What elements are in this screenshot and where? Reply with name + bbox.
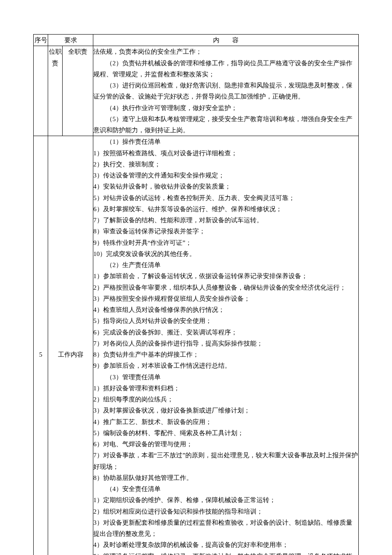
content-line: 1）按照循环检查路线、项点对设备进行详细检查； [93,148,358,159]
responsibilities-table: 序号 要求 内 容 位职责 全职责 法依规，负责本岗位的安全生产工作；（2）负责… [33,34,359,555]
cell-seq-4 [34,46,48,136]
content-line: 5）编制设备的材料、零配件、绳索及各种工具计划； [93,427,358,439]
content-line: 6）完成设备的设备拆卸、搬迁、安装调试等程序； [93,327,358,338]
content-line: 4）安装钻井设备时，验收钻井设备的安装质量； [93,181,358,192]
table-header-row: 序号 要求 内 容 [34,35,359,46]
content-line: （5）遵守上级和本队考核管理规定，接受安全生产教育培训和考核，增强自身安全生产意… [93,113,358,136]
content-line: 3）传达设备管理的文件通知和安全操作规定； [93,170,358,181]
table-row: 5 工作内容 （1）操作责任清单1）按照循环检查路线、项点对设备进行详细检查；2… [34,136,359,555]
header-req: 要求 [48,35,93,46]
content-line: 4）及时诊断处理复杂故障的机械设备，提高设备的完好率和使用率； [93,539,358,550]
content-line: 3）对设备更新配套和维修质量的过程监督和检查验收，对设备的设计、制造缺陷、维修质… [93,517,358,540]
content-line: 2）严格按照设备年审要求，组织本队人员修整设备，确保钻井设备的安全经济优化运行； [93,282,358,293]
content-line: （2）生产责任清单 [93,259,358,270]
content-line: 8）审查设备运转保养记录报表并签字； [93,226,358,237]
content-line: （3）管理责任清单 [93,372,358,383]
content-line: 6）及时掌握绞车、钻井泵等设备的运行、维护、保养和维修状况； [93,203,358,215]
content-line: 7）对各岗位人员的设备操作进行指导，提高实际操作技能； [93,338,358,349]
content-line: 5）管理设备运行档案、维修纪录、更新改造计划，努力推广全面质量管理，设备各项技术… [93,551,358,555]
cell-seq-5: 5 [34,136,48,555]
content-line: 3）严格按照安全操作规程督促班组人员安全操作设备； [93,293,358,304]
content-line: 7）对设备事故，本着“三不放过”的原则，提出处理意见，较大和重大设备事故及时上报… [93,450,358,472]
table-row: 位职责 全职责 法依规，负责本岗位的安全生产工作；（2）负责钻井机械设备的管理和… [34,46,359,136]
cell-req-5: 工作内容 [48,136,93,555]
content-line: 4）推广新工艺、新技术、新设备的应用； [93,416,358,427]
content-line: （2）负责钻井机械设备的管理和维修工作，指导岗位员工严格遵守设备的安全生产操作规… [93,58,358,80]
cell-req-4b: 全职责 [63,46,93,136]
content-line: （1）操作责任清单 [93,136,358,147]
content-line: 9）参加班后会，对本班设备工作情况进行总结。 [93,360,358,371]
content-line: 3）及时掌握设备状况，做好设备换新或进厂维修计划； [93,405,358,416]
content-line: 1）定期组织设备的维护、保养、检修，保障机械设备正常运转； [93,494,358,506]
content-line: （4）安全责任清单 [93,483,358,494]
req-5-text: 工作内容 [58,351,84,358]
content-line: 5）指导岗位人员对钻井设备的安全使用； [93,315,358,326]
document-page: 序号 要求 内 容 位职责 全职责 法依规，负责本岗位的安全生产工作；（2）负责… [0,0,392,555]
content-line: 6）对电、气焊设备的管理与使用； [93,439,358,450]
req-4b-text: 全职责 [68,48,87,55]
header-content: 内 容 [93,35,359,46]
content-line: 2）组织对相应岗位进行设备知识和操作技能的指导和培训； [93,506,358,517]
content-line: 法依规，负责本岗位的安全生产工作； [93,46,358,57]
seq-5-text: 5 [39,351,43,358]
content-line: 9）特殊作业时开具“作业许可证”； [93,237,358,248]
content-line: 8）负责钻井生产中基本的焊接工作； [93,349,358,360]
cell-req-4a: 位职责 [48,46,63,136]
cell-content-5: （1）操作责任清单1）按照循环检查路线、项点对设备进行详细检查；2）执行交、接班… [93,136,359,555]
content-line: 8）协助基层队做好其他管理工作。 [93,472,358,483]
content-line: 5）对钻井设备的试运转，检查各控制开关、压力表、安全阀灵活可靠； [93,192,358,203]
content-line: 10）完成突发设备状况的其他任务。 [93,248,358,259]
cell-content-4: 法依规，负责本岗位的安全生产工作；（2）负责钻井机械设备的管理和维修工作，指导岗… [93,46,359,136]
content-line: （3）进行岗位巡回检查，做好危害识别、隐患排查和风险提示，发现隐患及时整改，保证… [93,80,358,102]
req-4a-text: 位职责 [49,48,62,66]
content-line: 7）了解新设备的结构、性能和原理，对新设备的试车运转。 [93,215,358,226]
content-line: 2）组织每季度的岗位练兵； [93,394,358,405]
content-line: （4）执行作业许可管理制度，做好安全监护； [93,102,358,113]
content-line: 1）抓好设备管理和资料归档； [93,383,358,394]
header-seq: 序号 [34,35,48,46]
content-line: 4）检查班组人员对设备维修保养的执行情况； [93,304,358,315]
content-line: 1）参加班前会，了解设备运转状况，依据设备运转保养记录安排保养设备； [93,270,358,282]
content-line: 2）执行交、接班制度； [93,159,358,170]
